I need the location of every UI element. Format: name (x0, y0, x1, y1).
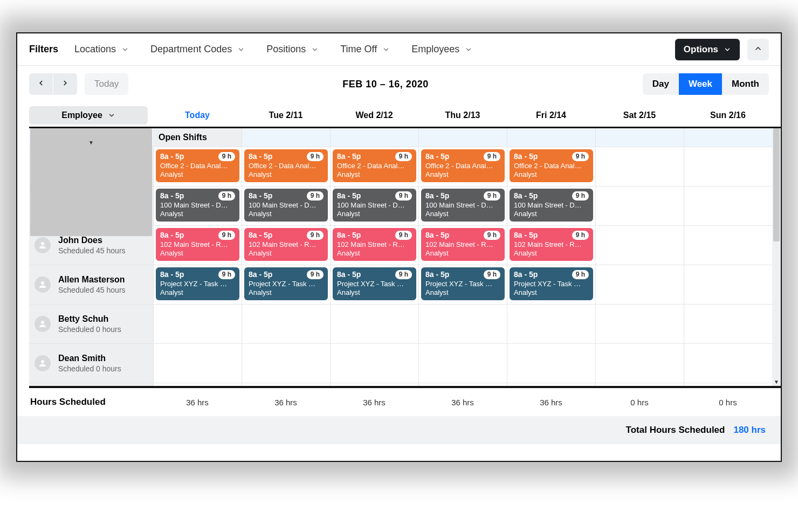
grid-cell[interactable] (684, 383, 772, 386)
grid-cell[interactable] (684, 186, 772, 225)
shift-card[interactable]: 8a - 5p9 h100 Main Street - D…Analyst (244, 189, 328, 222)
scrollbar-thumb[interactable] (773, 128, 780, 241)
shift-card[interactable]: 8a - 5p9 hProject XYZ - Task …Analyst (510, 267, 593, 300)
view-day[interactable]: Day (643, 73, 679, 95)
grid-cell[interactable]: 8a - 5p9 hProject XYZ - Task …Analyst (153, 265, 242, 304)
scroll-down-icon[interactable]: ▼ (29, 140, 153, 146)
grid-cell[interactable] (595, 226, 684, 265)
grid-cell[interactable]: 8a - 5p9 h100 Main Street - D…Analyst (330, 186, 418, 225)
employee-cell[interactable]: Betty SchuhScheduled 0 hours (29, 305, 153, 343)
day-header[interactable]: Thu 2/13 (418, 110, 507, 120)
grid-cell[interactable] (507, 305, 595, 343)
grid-cell[interactable] (242, 128, 330, 147)
grid-cell[interactable] (418, 305, 507, 343)
grid-cell[interactable] (330, 383, 418, 386)
day-header[interactable]: Today (153, 110, 242, 120)
grid-cell[interactable] (507, 383, 595, 386)
day-header[interactable]: Tue 2/11 (242, 110, 330, 120)
filter-locations[interactable]: Locations (74, 44, 129, 55)
shift-card[interactable]: 8a - 5p9 h100 Main Street - D…Analyst (333, 189, 416, 222)
grid-cell[interactable]: 8a - 5p9 h102 Main Street - R…Analyst (507, 226, 595, 265)
grid-cell[interactable]: 8a - 5p9 h102 Main Street - R…Analyst (330, 226, 418, 265)
grid-cell[interactable] (684, 226, 772, 265)
shift-card[interactable]: 8a - 5p9 hProject XYZ - Task …Analyst (333, 267, 416, 300)
shift-card[interactable]: 8a - 5p9 hOffice 2 - Data Anal…Analyst (156, 149, 239, 182)
filter-department-codes[interactable]: Department Codes (150, 44, 245, 55)
view-month[interactable]: Month (722, 73, 769, 95)
grid-cell[interactable] (330, 344, 418, 383)
grid-cell[interactable] (330, 305, 418, 343)
grid-cell[interactable] (595, 265, 684, 304)
grid-cell[interactable]: 8a - 5p9 h102 Main Street - R…Analyst (242, 226, 330, 265)
grid-cell[interactable] (418, 383, 507, 386)
view-week[interactable]: Week (679, 73, 722, 95)
grid-cell[interactable] (507, 128, 595, 147)
scroll-down-icon[interactable]: ▼ (772, 379, 781, 385)
grid-cell[interactable]: 8a - 5p9 hProject XYZ - Task …Analyst (418, 265, 507, 304)
grid-cell[interactable]: 8a - 5p9 hProject XYZ - Task …Analyst (330, 265, 418, 304)
grid-cell[interactable] (418, 128, 507, 147)
grid-cell[interactable]: 8a - 5p9 h100 Main Street - D…Analyst (153, 186, 242, 225)
grid-cell[interactable] (595, 128, 684, 147)
day-header[interactable]: Sun 2/16 (684, 110, 772, 120)
grid-cell[interactable]: 8a - 5p9 h102 Main Street - R…Analyst (153, 226, 242, 265)
grid-cell[interactable] (684, 265, 772, 304)
grid-cell[interactable] (507, 344, 595, 383)
grid-cell[interactable] (595, 186, 684, 225)
shift-card[interactable]: 8a - 5p9 hProject XYZ - Task …Analyst (421, 267, 505, 300)
shift-card[interactable]: 8a - 5p9 h100 Main Street - D…Analyst (421, 189, 505, 222)
grid-cell[interactable]: 8a - 5p9 h100 Main Street - D…Analyst (418, 186, 507, 225)
grid-cell[interactable]: 8a - 5p9 hOffice 2 - Data Anal…Analyst (507, 147, 595, 186)
today-button[interactable]: Today (85, 73, 128, 95)
shift-card[interactable]: 8a - 5p9 h102 Main Street - R…Analyst (156, 228, 239, 261)
day-header[interactable]: Fri 2/14 (507, 110, 595, 120)
shift-card[interactable]: 8a - 5p9 h100 Main Street - D…Analyst (510, 189, 593, 222)
grid-cell[interactable] (595, 344, 684, 383)
grid-cell[interactable] (684, 305, 772, 343)
scrollbar[interactable]: ▼ (29, 128, 153, 147)
filter-time-off[interactable]: Time Off (340, 44, 390, 55)
employee-cell[interactable]: Dean SmithScheduled 0 hours (29, 344, 153, 383)
grid-cell[interactable]: 8a - 5p9 hProject XYZ - Task …Analyst (242, 265, 330, 304)
options-button[interactable]: Options (675, 39, 740, 60)
grid-cell[interactable]: 8a - 5p9 hOffice 2 - Data Anal…Analyst (418, 147, 507, 186)
employee-cell[interactable]: Allen MastersonScheduled 45 hours (29, 265, 153, 304)
grid-cell[interactable] (418, 344, 507, 383)
scrollbar[interactable]: ▼ (772, 128, 781, 386)
shift-card[interactable]: 8a - 5p9 hOffice 2 - Data Anal…Analyst (510, 149, 593, 182)
shift-card[interactable]: 8a - 5p9 h102 Main Street - R…Analyst (244, 228, 328, 261)
collapse-button[interactable] (747, 39, 769, 60)
shift-card[interactable]: 8a - 5p9 h100 Main Street - D…Analyst (156, 189, 239, 222)
employee-sort-header[interactable]: Employee (29, 106, 148, 125)
grid-cell[interactable] (242, 305, 330, 343)
grid-cell[interactable] (595, 147, 684, 186)
grid-cell[interactable] (595, 305, 684, 343)
day-header[interactable]: Sat 2/15 (595, 110, 684, 120)
grid-cell[interactable]: 8a - 5p9 hProject XYZ - Task …Analyst (507, 265, 595, 304)
grid-cell[interactable] (684, 344, 772, 383)
next-button[interactable] (53, 73, 77, 95)
grid-cell[interactable]: 8a - 5p9 h100 Main Street - D…Analyst (242, 186, 330, 225)
grid-cell[interactable] (595, 383, 684, 386)
grid-cell[interactable]: 8a - 5p9 hOffice 2 - Data Anal…Analyst (242, 147, 330, 186)
shift-card[interactable]: 8a - 5p9 h102 Main Street - R…Analyst (421, 228, 505, 261)
grid-cell[interactable] (153, 344, 242, 383)
grid-cell[interactable] (242, 344, 330, 383)
employee-cell[interactable]: John Smith (29, 383, 153, 386)
filter-employees[interactable]: Employees (411, 44, 472, 55)
shift-card[interactable]: 8a - 5p9 hOffice 2 - Data Anal…Analyst (244, 149, 328, 182)
day-header[interactable]: Wed 2/12 (330, 110, 418, 120)
shift-card[interactable]: 8a - 5p9 hProject XYZ - Task …Analyst (156, 267, 239, 300)
filter-positions[interactable]: Positions (266, 44, 319, 55)
shift-card[interactable]: 8a - 5p9 h102 Main Street - R…Analyst (333, 228, 416, 261)
grid-cell[interactable]: 8a - 5p9 hOffice 2 - Data Anal…Analyst (330, 147, 418, 186)
grid-cell[interactable] (153, 305, 242, 343)
grid-cell[interactable]: 8a - 5p9 hOffice 2 - Data Anal…Analyst (153, 147, 242, 186)
shift-card[interactable]: 8a - 5p9 hProject XYZ - Task …Analyst (244, 267, 328, 300)
shift-card[interactable]: 8a - 5p9 h102 Main Street - R…Analyst (510, 228, 593, 261)
prev-button[interactable] (29, 73, 53, 95)
shift-card[interactable]: 8a - 5p9 hOffice 2 - Data Anal…Analyst (333, 149, 416, 182)
grid-cell[interactable] (684, 128, 772, 147)
grid-cell[interactable] (153, 383, 242, 386)
shift-card[interactable]: 8a - 5p9 hOffice 2 - Data Anal…Analyst (421, 149, 505, 182)
